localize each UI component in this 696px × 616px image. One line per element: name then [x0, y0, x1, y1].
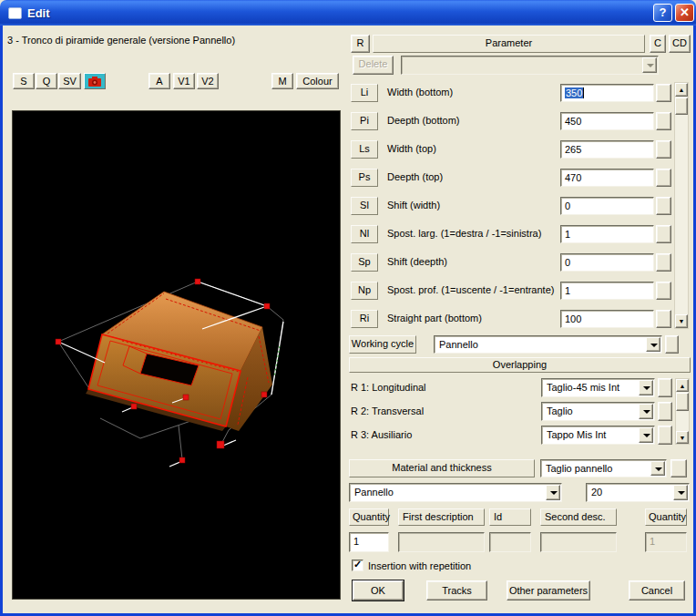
working-cycle-label: Working cycle	[349, 335, 416, 354]
insertion-repetition-label: Insertion with repetition	[368, 560, 471, 571]
working-cycle-extra-button[interactable]	[665, 335, 679, 354]
delete-button[interactable]: Delete	[353, 56, 394, 75]
close-button[interactable]: ✕	[675, 4, 694, 22]
window-title: Edit	[27, 6, 50, 20]
param-code-pi[interactable]: Pi	[351, 112, 378, 130]
material-extra-button[interactable]	[670, 459, 687, 477]
material-name-dropdown[interactable]: Pannello	[349, 483, 562, 502]
param-input-ls[interactable]: 265	[560, 140, 654, 159]
working-cycle-dropdown[interactable]: Pannello	[434, 335, 662, 354]
param-label-sp: Shift (deepth)	[387, 256, 447, 267]
param-extra-button-nl[interactable]	[656, 225, 671, 243]
r3-extra-button[interactable]	[658, 426, 672, 445]
edit-dialog: Edit ? ✕ 3 - Tronco di piramide generale…	[0, 0, 696, 616]
param-label-np: Spost. prof. (1=uscente / -1=entrante)	[387, 284, 554, 295]
page-title: 3 - Tronco di piramide generale (version…	[7, 35, 235, 46]
dropdown-arrow-icon	[646, 337, 660, 352]
dropdown-arrow-icon	[673, 485, 688, 500]
overlapping-header: Overlapping	[349, 357, 691, 373]
r3-label: R 3: Ausiliario	[351, 429, 412, 440]
scroll-down-icon[interactable]	[675, 314, 688, 328]
r1-dropdown[interactable]: Taglio-45 mis Int	[541, 378, 655, 397]
param-extra-button-sl[interactable]	[656, 197, 671, 215]
scroll-down-icon[interactable]	[676, 431, 689, 444]
help-button[interactable]: ?	[653, 4, 672, 22]
cd-button[interactable]: CD	[669, 35, 691, 53]
param-extra-button-pi[interactable]	[656, 112, 671, 130]
quantity-input[interactable]: 1	[349, 532, 389, 552]
param-code-nl[interactable]: Nl	[351, 225, 378, 243]
param-extra-button-ri[interactable]	[656, 310, 671, 328]
grid-header-id: Id	[489, 508, 531, 526]
param-input-sl[interactable]: 0	[560, 197, 654, 215]
param-code-li[interactable]: Li	[351, 84, 378, 102]
material-process-dropdown[interactable]: Taglio pannello	[540, 459, 667, 477]
param-input-pi[interactable]: 450	[560, 112, 654, 130]
scroll-up-icon[interactable]	[675, 83, 688, 97]
scroll-up-icon[interactable]	[676, 379, 689, 392]
grid-header-quantity-2: Quantity	[645, 508, 687, 526]
cancel-button[interactable]: Cancel	[629, 580, 685, 601]
r3-dropdown[interactable]: Tappo Mis Int	[541, 426, 655, 445]
r1-label: R 1: Longitudinal	[351, 382, 426, 393]
scrollbar-thumb[interactable]	[675, 98, 688, 115]
grid-header-quantity: Quantity	[349, 508, 389, 526]
param-input-np[interactable]: 1	[560, 282, 654, 300]
quantity-2-input[interactable]: 1	[645, 532, 687, 552]
grid-header-first-description: First description	[398, 508, 485, 526]
param-label-li: Width (bottom)	[387, 87, 453, 98]
parameter-header: Parameter	[373, 35, 645, 53]
r2-dropdown[interactable]: Taglio	[541, 402, 655, 421]
scrollbar-thumb[interactable]	[676, 393, 689, 411]
ok-button[interactable]: OK	[353, 580, 404, 601]
r-button[interactable]: R	[351, 35, 370, 53]
param-label-ri: Straight part (bottom)	[387, 313, 482, 323]
param-code-sl[interactable]: Sl	[351, 197, 378, 215]
dropdown-arrow-icon	[546, 485, 560, 500]
overlapping-scrollbar[interactable]	[675, 378, 690, 445]
material-header: Material and thickness	[349, 459, 535, 477]
tracks-button[interactable]: Tracks	[426, 580, 487, 601]
param-label-sl: Shift (width)	[387, 200, 440, 210]
dropdown-arrow-icon	[639, 380, 653, 395]
param-label-nl: Spost. larg. (1=destra / -1=sinistra)	[387, 228, 541, 239]
parameter-scrollbar[interactable]	[674, 82, 689, 329]
param-input-nl[interactable]: 1	[560, 225, 654, 243]
other-parameters-button[interactable]: Other parameters	[507, 580, 590, 601]
param-input-li[interactable]: 350	[560, 84, 654, 102]
param-label-ps: Deepth (top)	[387, 171, 443, 182]
thickness-dropdown[interactable]: 20	[586, 483, 690, 502]
param-code-np[interactable]: Np	[351, 282, 378, 300]
first-description-input[interactable]	[398, 532, 485, 552]
param-extra-button-ps[interactable]	[656, 169, 671, 187]
grid-header-second-desc: Second desc.	[540, 508, 617, 526]
param-code-ps[interactable]: Ps	[351, 169, 378, 187]
param-code-sp[interactable]: Sp	[351, 253, 378, 272]
r2-extra-button[interactable]	[658, 402, 672, 421]
param-extra-button-sp[interactable]	[656, 253, 671, 272]
param-extra-button-ls[interactable]	[656, 140, 671, 159]
dropdown-arrow-icon	[639, 427, 653, 443]
dropdown-arrow-icon	[639, 404, 653, 419]
dropdown-arrow-icon	[642, 57, 657, 73]
title-bar[interactable]: Edit	[0, 0, 696, 26]
id-input[interactable]	[489, 532, 531, 552]
param-extra-button-li[interactable]	[656, 84, 671, 102]
param-input-ri[interactable]: 100	[560, 310, 654, 328]
param-input-ps[interactable]: 470	[560, 169, 654, 187]
r2-label: R 2: Transversal	[351, 406, 424, 416]
window-icon	[8, 7, 22, 19]
insertion-repetition-checkbox[interactable]	[352, 560, 363, 571]
param-extra-button-np[interactable]	[656, 282, 671, 300]
dropdown-arrow-icon	[650, 461, 665, 476]
param-input-sp[interactable]: 0	[560, 253, 654, 272]
second-desc-input[interactable]	[540, 532, 617, 552]
param-label-pi: Deepth (bottom)	[387, 115, 459, 126]
param-label-ls: Width (top)	[387, 143, 436, 154]
param-code-ls[interactable]: Ls	[351, 140, 378, 159]
parameter-preset-dropdown[interactable]	[401, 56, 659, 75]
c-button[interactable]: C	[650, 35, 666, 53]
r1-extra-button[interactable]	[658, 378, 672, 397]
param-code-ri[interactable]: Ri	[351, 310, 378, 328]
